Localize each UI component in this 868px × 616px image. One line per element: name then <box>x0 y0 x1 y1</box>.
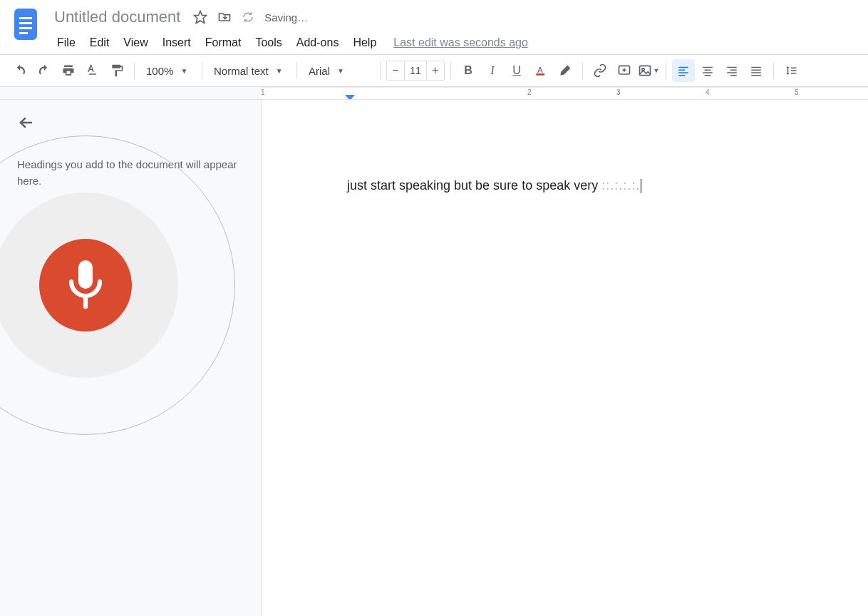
svg-rect-12 <box>639 66 650 75</box>
svg-rect-18 <box>703 67 713 68</box>
text-cursor <box>641 179 641 193</box>
paint-format-button[interactable] <box>105 59 128 82</box>
svg-rect-22 <box>727 67 737 68</box>
star-icon[interactable] <box>193 10 207 24</box>
content-area: Headings you add to the document will ap… <box>0 100 868 616</box>
ruler-tick: 4 <box>706 88 710 96</box>
svg-marker-5 <box>195 11 207 24</box>
menu-tools[interactable]: Tools <box>249 34 287 52</box>
toolbar-separator <box>134 62 135 79</box>
menu-format[interactable]: Format <box>200 34 247 52</box>
svg-rect-19 <box>705 70 711 71</box>
print-button[interactable] <box>57 59 80 82</box>
font-dropdown[interactable]: Arial▼ <box>303 60 374 81</box>
align-left-button[interactable] <box>672 59 695 82</box>
text-color-button[interactable]: A <box>529 59 552 82</box>
zoom-dropdown[interactable]: 100%▼ <box>140 60 196 81</box>
caret-down-icon: ▼ <box>653 67 660 74</box>
undo-button[interactable] <box>9 59 31 82</box>
svg-rect-16 <box>678 72 688 73</box>
caret-down-icon: ▼ <box>276 67 283 75</box>
svg-rect-2 <box>19 22 32 24</box>
last-edit-link[interactable]: Last edit was seconds ago <box>393 36 528 49</box>
underline-button[interactable]: U <box>505 59 528 82</box>
outline-sidebar: Headings you add to the document will ap… <box>0 100 261 616</box>
svg-rect-23 <box>730 70 737 71</box>
svg-rect-20 <box>703 72 713 73</box>
svg-rect-26 <box>751 67 761 68</box>
toolbar: 100%▼ Normal text▼ Arial▼ − 11 + B I U A… <box>0 54 868 87</box>
zoom-value: 100% <box>146 65 173 77</box>
align-right-button[interactable] <box>720 59 743 82</box>
svg-rect-27 <box>751 70 761 71</box>
font-size-input[interactable]: 11 <box>404 61 427 80</box>
menu-view[interactable]: View <box>118 34 153 52</box>
insert-link-button[interactable] <box>589 59 611 82</box>
app-header: Untitled document Saving… File Edit View… <box>0 0 868 54</box>
insert-image-button[interactable]: ▼ <box>637 59 660 82</box>
highlight-button[interactable] <box>554 59 577 82</box>
typed-text: just start speaking but be sure to speak… <box>347 178 601 192</box>
add-comment-button[interactable] <box>613 59 636 82</box>
toolbar-separator <box>296 62 297 79</box>
redo-button[interactable] <box>33 59 56 82</box>
svg-text:A: A <box>537 65 543 74</box>
document-title[interactable]: Untitled document <box>51 6 183 28</box>
menu-insert[interactable]: Insert <box>157 34 197 52</box>
svg-rect-32 <box>791 73 797 74</box>
font-size-control: − 11 + <box>386 61 445 81</box>
font-size-increase-button[interactable]: + <box>427 61 444 80</box>
docs-logo-icon[interactable] <box>11 6 40 43</box>
svg-rect-1 <box>19 17 32 19</box>
svg-rect-29 <box>751 75 761 76</box>
toolbar-separator <box>202 62 202 79</box>
toolbar-separator <box>380 62 381 79</box>
ruler-tick: 2 <box>527 88 532 96</box>
paragraph-style-dropdown[interactable]: Normal text▼ <box>208 60 291 81</box>
ruler[interactable]: 1 2 3 4 5 <box>0 87 868 100</box>
align-justify-button[interactable] <box>745 59 768 82</box>
title-row: Untitled document Saving… <box>51 6 857 29</box>
voice-typing-mic-button[interactable] <box>39 239 132 332</box>
align-center-button[interactable] <box>696 59 719 82</box>
font-value: Arial <box>309 65 330 77</box>
menu-help[interactable]: Help <box>347 34 382 52</box>
italic-button[interactable]: I <box>481 59 504 82</box>
svg-rect-3 <box>19 27 32 29</box>
line-spacing-button[interactable] <box>780 59 802 82</box>
style-value: Normal text <box>214 65 269 77</box>
svg-rect-31 <box>791 70 797 71</box>
svg-rect-25 <box>730 75 737 76</box>
svg-rect-24 <box>727 72 737 73</box>
svg-rect-17 <box>678 75 685 76</box>
ruler-tick: 3 <box>616 88 621 96</box>
document-body-text[interactable]: just start speaking but be sure to speak… <box>347 178 825 193</box>
indent-marker-icon[interactable] <box>345 95 355 100</box>
header-main: Untitled document Saving… File Edit View… <box>51 6 857 56</box>
toolbar-separator <box>773 62 774 79</box>
bold-button[interactable]: B <box>457 59 480 82</box>
svg-rect-14 <box>678 67 688 68</box>
collapse-outline-button[interactable] <box>17 114 34 131</box>
menu-addons[interactable]: Add-ons <box>291 34 345 52</box>
menu-file[interactable]: File <box>51 34 81 52</box>
svg-rect-35 <box>78 260 93 289</box>
spellcheck-button[interactable] <box>81 59 104 82</box>
ruler-tick: 1 <box>261 88 265 96</box>
toolbar-separator <box>450 62 451 79</box>
caret-down-icon: ▼ <box>337 67 344 75</box>
caret-down-icon: ▼ <box>180 67 187 75</box>
svg-rect-4 <box>19 32 28 34</box>
svg-rect-21 <box>705 75 711 76</box>
svg-rect-30 <box>791 68 797 69</box>
pending-speech-hint: ::.:.:.:. <box>601 178 640 192</box>
ruler-tick: 5 <box>795 88 799 96</box>
saving-status: Saving… <box>264 11 308 24</box>
move-to-folder-icon[interactable] <box>217 10 232 24</box>
svg-rect-8 <box>536 73 544 76</box>
font-size-decrease-button[interactable]: − <box>387 61 404 80</box>
svg-rect-15 <box>678 70 685 71</box>
document-page[interactable]: just start speaking but be sure to speak… <box>261 100 868 616</box>
svg-marker-33 <box>345 95 355 100</box>
menu-edit[interactable]: Edit <box>84 34 115 52</box>
